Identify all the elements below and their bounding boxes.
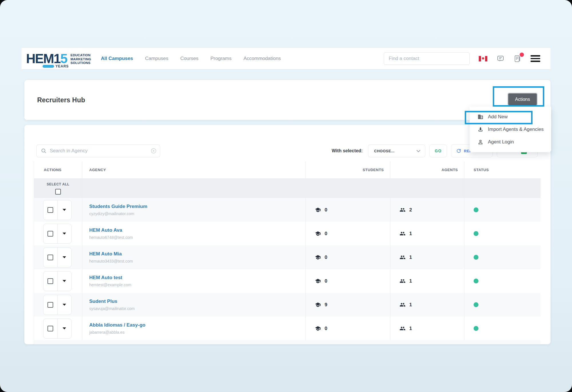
agents-count: 1	[409, 255, 412, 260]
row-actions-split-button	[43, 319, 72, 339]
agency-email: jabarrera@abbla.es	[89, 330, 124, 335]
menu-item-add-new[interactable]: Add New	[470, 111, 551, 123]
table-body: Students Guide Premium cyzydizy@mailinat…	[34, 198, 541, 340]
row-students-cell: 0	[306, 198, 390, 222]
row-dropdown-toggle[interactable]	[57, 295, 71, 315]
row-actions-cell	[34, 293, 82, 317]
row-checkbox[interactable]	[47, 255, 53, 260]
table-toolbar: With selected: CHOOSE... GO REFRESH	[36, 144, 538, 157]
bulk-action-select[interactable]: CHOOSE...	[368, 144, 425, 157]
menu-icon[interactable]	[531, 55, 540, 62]
navbar-right	[384, 52, 551, 65]
agents-icon	[400, 207, 406, 213]
row-checkbox-button[interactable]	[43, 224, 57, 243]
row-agents-cell: 1	[390, 293, 464, 317]
table-row: Sudent Plus sysavuja@mailinator.com 9 1	[34, 293, 541, 317]
language-flag-button[interactable]	[479, 56, 487, 62]
orders-button[interactable]	[514, 55, 521, 63]
select-all-checkbox[interactable]	[55, 189, 61, 195]
menu-item-label: Import Agents & Agencies	[488, 127, 544, 132]
row-checkbox[interactable]	[47, 207, 53, 213]
students-icon	[315, 207, 321, 213]
column-header-agency: AGENCY	[82, 161, 306, 178]
nav-programs[interactable]: Programs	[210, 56, 232, 61]
row-agency-cell: HEM Auto Ava hemauto6748@test.com	[82, 222, 306, 245]
row-dropdown-toggle[interactable]	[57, 224, 71, 243]
row-agency-cell: HEM Auto Mia hemauto3433@test.com	[82, 245, 306, 269]
agency-link[interactable]: HEM Auto test	[89, 275, 122, 281]
column-header-students: STUDENTS	[306, 161, 390, 178]
agency-link[interactable]: HEM Auto Mia	[89, 251, 122, 257]
next-row-sliver	[34, 340, 541, 344]
row-checkbox-button[interactable]	[43, 248, 57, 267]
agency-search	[36, 144, 160, 157]
logo-years: YEARS	[43, 65, 69, 68]
row-checkbox[interactable]	[47, 302, 53, 308]
students-count: 9	[325, 302, 327, 308]
empty-cell	[464, 179, 541, 198]
students-count: 0	[325, 278, 327, 284]
row-actions-cell	[34, 198, 82, 222]
table-row: Abbla Idiomas / Easy-go jabarrera@abbla.…	[34, 317, 541, 340]
agency-email: hemauto6748@test.com	[89, 235, 133, 240]
row-dropdown-toggle[interactable]	[57, 248, 71, 267]
row-actions-cell	[34, 245, 82, 269]
nav-accommodations[interactable]: Accommodations	[243, 56, 281, 61]
agency-email: hemauto3433@test.com	[89, 259, 133, 263]
empty-cell	[306, 179, 390, 198]
agents-icon	[400, 231, 406, 237]
clear-search-icon[interactable]	[150, 148, 157, 154]
logo-pill	[43, 65, 54, 68]
agency-email: cyzydizy@mailinator.com	[89, 211, 134, 216]
actions-button[interactable]: Actions	[508, 93, 537, 105]
students-icon	[315, 231, 321, 237]
row-actions-cell	[34, 269, 82, 293]
row-actions-cell	[34, 317, 82, 340]
agents-icon	[400, 325, 406, 331]
agents-icon	[400, 278, 406, 284]
agents-count: 1	[409, 231, 412, 237]
agency-link[interactable]: Sudent Plus	[89, 299, 117, 304]
bulk-action-selected-value: CHOOSE...	[374, 149, 395, 153]
find-contact-input[interactable]	[384, 52, 470, 65]
status-indicator	[474, 279, 478, 283]
hem-logo: HEM15 YEARS EDUCATION MARKETING SOLUTION…	[26, 52, 91, 65]
row-dropdown-toggle[interactable]	[57, 319, 71, 338]
row-status-cell	[464, 222, 541, 245]
row-checkbox[interactable]	[47, 326, 53, 331]
row-dropdown-toggle[interactable]	[57, 271, 71, 291]
import-icon	[478, 127, 483, 132]
table-row: HEM Auto Ava hemauto6748@test.com 0 1	[34, 222, 541, 245]
nav-campuses[interactable]: Campuses	[145, 56, 168, 61]
agency-link[interactable]: Students Guide Premium	[89, 204, 147, 209]
row-checkbox[interactable]	[47, 231, 53, 237]
row-checkbox-button[interactable]	[43, 200, 57, 220]
agents-count: 1	[409, 302, 412, 308]
row-status-cell	[464, 245, 541, 269]
search-in-agency-input[interactable]	[36, 144, 160, 157]
menu-item-agent-login[interactable]: Agent Login	[470, 136, 551, 148]
row-students-cell: 0	[306, 269, 390, 293]
search-icon	[41, 148, 47, 154]
agency-link[interactable]: HEM Auto Ava	[89, 227, 122, 233]
row-actions-split-button	[43, 295, 72, 315]
row-checkbox-button[interactable]	[43, 319, 57, 338]
nav-courses[interactable]: Courses	[180, 56, 198, 61]
row-actions-split-button	[43, 247, 72, 267]
nav-all-campuses[interactable]: All Campuses	[101, 56, 133, 61]
go-button[interactable]: GO	[429, 144, 447, 157]
row-dropdown-toggle[interactable]	[57, 200, 71, 220]
agencies-table: ACTIONS AGENCY STUDENTS AGENTS STATUS SE…	[34, 161, 541, 344]
row-students-cell: 9	[306, 293, 390, 317]
menu-item-import-agents[interactable]: Import Agents & Agencies	[470, 123, 551, 136]
students-icon	[315, 278, 321, 284]
menu-item-label: Agent Login	[488, 139, 514, 145]
agents-count: 2	[409, 207, 412, 213]
caret-down-icon	[63, 209, 66, 211]
row-checkbox-button[interactable]	[43, 295, 57, 315]
row-checkbox[interactable]	[47, 278, 53, 284]
agency-link[interactable]: Abbla Idiomas / Easy-go	[89, 322, 146, 328]
status-indicator	[474, 207, 478, 212]
row-checkbox-button[interactable]	[43, 271, 57, 291]
messages-button[interactable]	[496, 55, 505, 63]
